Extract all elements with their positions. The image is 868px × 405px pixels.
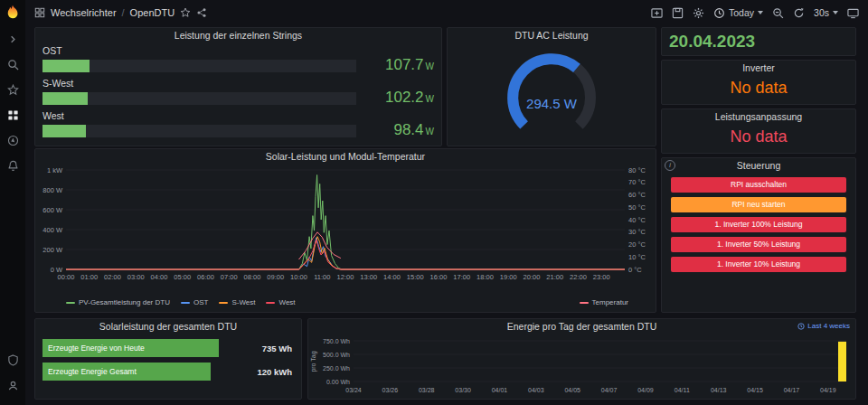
table-row-bar: Erzeugte Energie Gesamt [42,363,211,381]
legend-item[interactable]: Temperatur [580,298,628,306]
svg-text:00:00: 00:00 [58,273,75,281]
legend-item[interactable]: S-West [219,298,255,306]
user-avatar-icon[interactable] [5,378,20,392]
svg-text:11:00: 11:00 [314,273,330,281]
legend-item[interactable]: West [266,298,295,306]
panel-info-icon[interactable]: i [665,160,675,171]
time-range-picker[interactable]: Today [713,7,763,19]
svg-text:22:00: 22:00 [570,273,587,281]
table-row: Erzeugte Energie Gesamt120 kWh [42,363,294,381]
panel-title[interactable]: Leistungsanpassung [662,109,855,125]
bar-gauge-label: West [42,110,434,121]
control-button[interactable]: 1. Inverter 100% Leistung [671,217,846,232]
breadcrumb-section[interactable]: Wechselrichter [51,7,117,18]
svg-text:20:00: 20:00 [524,273,541,281]
control-button[interactable]: RPI ausschalten [671,177,846,193]
svg-text:400 W: 400 W [42,226,63,234]
legend-marker [266,302,275,304]
timeseries-legend: PV-Gesamtleistung der DTUOSTS-WestWestTe… [35,297,656,308]
add-panel-icon[interactable] [651,7,663,19]
svg-text:80 °C: 80 °C [628,166,646,174]
bar-gauge-track [42,60,356,72]
panel-date: 20.04.2023 [661,27,856,56]
svg-text:03:00: 03:00 [127,273,145,281]
svg-text:15:00: 15:00 [407,273,424,281]
svg-text:05:00: 05:00 [174,273,191,281]
panel-strings: Leistung der einzelnen Strings OST107.7W… [34,27,442,146]
svg-text:04/09: 04/09 [637,387,654,393]
grafana-logo-icon[interactable] [5,5,21,21]
inverter-value: No data [662,76,855,100]
dashboard-settings-gear-icon[interactable] [693,7,704,19]
tv-mode-icon[interactable] [847,7,859,19]
bar-gauge-row: S-West102.2W [42,78,434,107]
svg-text:pro Tag: pro Tag [310,351,317,372]
solar-table-rows: Erzeugte Energie von Heute735 WhErzeugte… [35,334,301,381]
control-button[interactable]: 1. Inverter 50% Leistung [671,237,846,252]
panel-title[interactable]: Leistung der einzelnen Strings [35,28,441,43]
bar-gauge-label: S-West [42,78,434,89]
svg-text:04/19: 04/19 [820,387,836,393]
svg-text:60 °C: 60 °C [628,191,646,199]
svg-text:250.0 Wh: 250.0 Wh [323,365,350,372]
svg-text:0.00 Wh: 0.00 Wh [326,379,350,385]
bar-gauge-row: OST107.7W [42,45,434,74]
breadcrumb-page[interactable]: OpenDTU [130,7,175,18]
table-row-bar: Erzeugte Energie von Heute [42,339,219,357]
svg-text:08:00: 08:00 [244,273,261,281]
panel-time-range-override[interactable]: Last 4 weeks [797,322,850,330]
panel-title[interactable]: Inverter [662,61,855,76]
refresh-interval-picker[interactable]: 30s [814,7,838,18]
starred-icon[interactable] [5,82,20,97]
svg-text:20 °C: 20 °C [628,240,646,249]
dashboards-icon[interactable] [5,108,20,122]
svg-text:200 W: 200 W [42,246,63,254]
svg-text:03/26: 03/26 [382,387,399,393]
legend-item[interactable]: OST [181,298,208,306]
svg-text:13:00: 13:00 [360,273,377,281]
legend-label: West [278,298,295,306]
admin-shield-icon[interactable] [5,353,20,367]
svg-text:09:00: 09:00 [267,273,284,281]
panel-title[interactable]: Solarleistung der gesamten DTU [35,319,301,334]
clock-icon [713,7,725,19]
legend-item[interactable]: PV-Gesamtleistung der DTU [66,298,170,306]
time-range-label: Today [729,7,754,18]
share-icon[interactable] [196,7,207,18]
top-navigation: Wechselrichter / OpenDTU Today 30s [25,0,868,25]
svg-text:800 W: 800 W [42,186,63,194]
panel-energy-per-day: Energie pro Tag der gesamten DTU Last 4 … [307,318,856,400]
save-dashboard-icon[interactable] [672,7,684,19]
panel-title[interactable]: Solar-Leistung und Modul-Temperatur [35,149,656,165]
control-button[interactable]: RPI neu starten [671,197,846,212]
panel-title[interactable]: Energie pro Tag der gesamten DTU [308,319,855,334]
svg-text:06:00: 06:00 [197,273,214,281]
favorite-star-icon[interactable] [180,7,191,18]
clock-icon [797,323,805,330]
explore-compass-icon[interactable] [5,133,20,147]
svg-text:10:00: 10:00 [290,273,307,281]
search-icon[interactable] [5,57,20,71]
legend-marker [66,302,75,304]
svg-text:10 °C: 10 °C [628,253,646,261]
dashboard-canvas: Leistung der einzelnen Strings OST107.7W… [25,25,868,405]
expand-sidebar-chevron-icon[interactable] [5,32,20,46]
bar-gauge-value: 98.4W [356,123,434,139]
panel-inverter: Inverter No data [661,60,856,105]
strings-rows: OST107.7WS-West102.2WWest98.4W [35,43,441,139]
svg-text:04/05: 04/05 [564,387,580,393]
legend-label: PV-Gesamtleistung der DTU [79,298,170,306]
svg-text:18:00: 18:00 [476,273,494,281]
svg-text:500.0 Wh: 500.0 Wh [323,352,350,358]
panel-title[interactable]: Steuerung [662,158,855,174]
refresh-icon[interactable] [793,7,805,19]
date-value: 20.04.2023 [662,28,855,55]
alerting-bell-icon[interactable] [5,158,20,173]
svg-text:750.0 Wh: 750.0 Wh [323,338,350,344]
bar-gauge-track [42,125,356,137]
svg-text:40 °C: 40 °C [628,216,646,224]
refresh-interval-label: 30s [814,7,829,18]
zoom-out-icon[interactable] [772,7,784,19]
control-button[interactable]: 1. Inverter 10% Leistung [671,257,846,272]
panel-title[interactable]: DTU AC Leistung [448,28,656,43]
